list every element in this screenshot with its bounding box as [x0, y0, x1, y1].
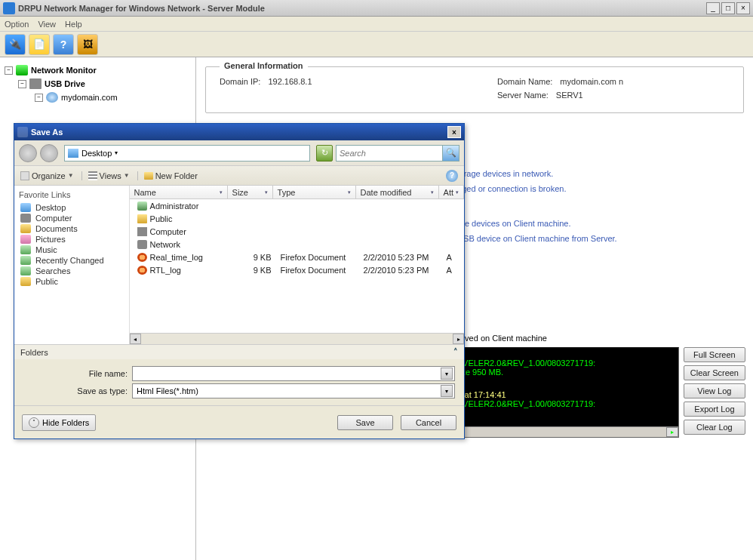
filename-dropdown-icon[interactable]: ▾ [441, 368, 453, 380]
filename-input[interactable] [134, 369, 441, 378]
export-log-button[interactable]: Export Log [684, 402, 745, 417]
desktop-icon [20, 203, 31, 212]
connect-icon[interactable] [5, 34, 26, 55]
file-list: Name Size Type Date modified Att Adminis… [130, 186, 464, 344]
file-name: Network [150, 240, 180, 249]
hide-folders-button[interactable]: ˄ Hide Folders [22, 414, 96, 431]
dialog-icon [17, 127, 28, 137]
domain-name-value: mydomain.com n [560, 77, 623, 86]
file-row[interactable]: Computer [130, 225, 464, 238]
favorite-desktop[interactable]: Desktop [19, 202, 124, 213]
tree-usb-label: USB Drive [45, 79, 85, 88]
location-bar[interactable]: Desktop ▾ [64, 145, 310, 162]
document-icon[interactable] [29, 34, 50, 55]
column-attributes[interactable]: Att [439, 186, 464, 198]
folder-icon [137, 214, 147, 223]
column-name[interactable]: Name [130, 186, 228, 198]
file-type: Firefox Document [276, 253, 359, 262]
favorite-documents[interactable]: Documents [19, 223, 124, 234]
dialog-toolbar: Organize▼ Views▼ New Folder ? [14, 166, 464, 186]
dialog-nav: Desktop ▾ ↻ 🔍 [14, 140, 464, 166]
usb-icon [29, 78, 41, 89]
dialog-footer: ˄ Hide Folders Save Cancel [14, 405, 464, 438]
tree-domain-row[interactable]: − mydomain.com [5, 91, 191, 104]
feature-line-3: rage devices on Client machine. [453, 219, 745, 228]
location-dropdown-icon[interactable]: ▾ [115, 149, 118, 156]
file-name: Real_time_log [150, 253, 203, 262]
search-box: 🔍 [336, 145, 459, 162]
file-size: 9 KB [231, 266, 276, 275]
scroll-left-icon[interactable]: ◂ [130, 334, 141, 344]
desktop-icon [68, 149, 78, 158]
cancel-button[interactable]: Cancel [401, 415, 456, 430]
presentation-icon[interactable] [77, 34, 98, 55]
file-date: 2/2/2010 5:23 PM [359, 266, 442, 275]
scroll-right-icon[interactable]: ▸ [666, 427, 678, 437]
scroll-right-icon[interactable]: ▸ [453, 334, 464, 344]
domain-icon [46, 92, 58, 103]
view-log-button[interactable]: View Log [684, 383, 745, 398]
refresh-button[interactable]: ↻ [316, 145, 333, 162]
new-folder-button[interactable]: New Folder [137, 171, 198, 180]
file-date: 2/2/2010 5:23 PM [359, 253, 442, 262]
tree-collapse-icon[interactable]: − [5, 66, 13, 75]
menu-option[interactable]: Option [5, 20, 29, 29]
saveastype-input[interactable] [134, 386, 441, 395]
clear-log-button[interactable]: Clear Log [684, 420, 745, 435]
column-date[interactable]: Date modified [356, 186, 439, 198]
dialog-help-button[interactable]: ? [446, 170, 458, 182]
favorite-computer[interactable]: Computer [19, 213, 124, 223]
file-scrollbar[interactable]: ◂ ▸ [130, 333, 464, 344]
favorite-recent[interactable]: Recently Changed [19, 255, 124, 266]
chevron-up-icon[interactable]: ˄ [453, 347, 458, 357]
tree-collapse-icon[interactable]: − [18, 80, 26, 88]
organize-button[interactable]: Organize▼ [20, 171, 74, 180]
filename-label: File name: [60, 369, 128, 378]
file-row[interactable]: Public [130, 212, 464, 225]
views-button[interactable]: Views▼ [81, 171, 130, 180]
favorite-music[interactable]: Music [19, 245, 124, 255]
searches-icon [20, 266, 31, 275]
features-k: k: [453, 143, 745, 152]
dialog-close-button[interactable]: × [447, 126, 461, 138]
column-type[interactable]: Type [273, 186, 356, 198]
close-button[interactable]: × [736, 2, 750, 14]
tree-usb-row[interactable]: − USB Drive [5, 77, 191, 91]
help-icon[interactable] [53, 34, 74, 55]
main-toolbar [0, 32, 753, 57]
maximize-button[interactable]: □ [721, 2, 735, 14]
menu-view[interactable]: View [38, 20, 56, 29]
dialog-body: Favorite Links Desktop Computer Document… [14, 186, 464, 344]
saveastype-dropdown-icon[interactable]: ▾ [441, 385, 453, 397]
dialog-titlebar[interactable]: Save As × [14, 124, 464, 140]
favorite-pictures[interactable]: Pictures [19, 234, 124, 245]
minimize-button[interactable]: _ [706, 2, 720, 14]
comp-icon [137, 227, 147, 236]
ff-icon [137, 253, 147, 262]
folders-toggle[interactable]: Folders ˄ [14, 344, 464, 359]
full-screen-button[interactable]: Full Screen [684, 347, 745, 362]
favorite-searches[interactable]: Searches [19, 266, 124, 276]
column-size[interactable]: Size [228, 186, 273, 198]
file-row[interactable]: Real_time_log9 KBFirefox Document2/2/201… [130, 251, 464, 263]
search-input[interactable] [337, 149, 442, 158]
file-row[interactable]: Network [130, 238, 464, 251]
save-button[interactable]: Save [337, 415, 393, 430]
file-att: A [442, 266, 461, 275]
general-info-legend: General Information [220, 61, 308, 70]
log-buttons: Full Screen Clear Screen View Log Export… [684, 347, 745, 438]
nav-back-button[interactable] [19, 144, 37, 162]
search-button[interactable]: 🔍 [442, 146, 459, 161]
file-row[interactable]: Administrator [130, 199, 464, 212]
computer-icon [20, 214, 31, 223]
saveastype-label: Save as type: [60, 386, 128, 395]
tree-root-label: Network Monitor [31, 66, 97, 75]
nav-forward-button[interactable] [40, 144, 58, 162]
favorite-public[interactable]: Public [19, 276, 124, 287]
tree-root-row[interactable]: − Network Monitor [5, 63, 191, 77]
tree-collapse-icon[interactable]: − [35, 94, 43, 102]
log-caption: oved on Client machine [460, 334, 745, 343]
clear-screen-button[interactable]: Clear Screen [684, 365, 745, 380]
file-row[interactable]: RTL_log9 KBFirefox Document2/2/2010 5:23… [130, 263, 464, 276]
menu-help[interactable]: Help [65, 20, 82, 29]
